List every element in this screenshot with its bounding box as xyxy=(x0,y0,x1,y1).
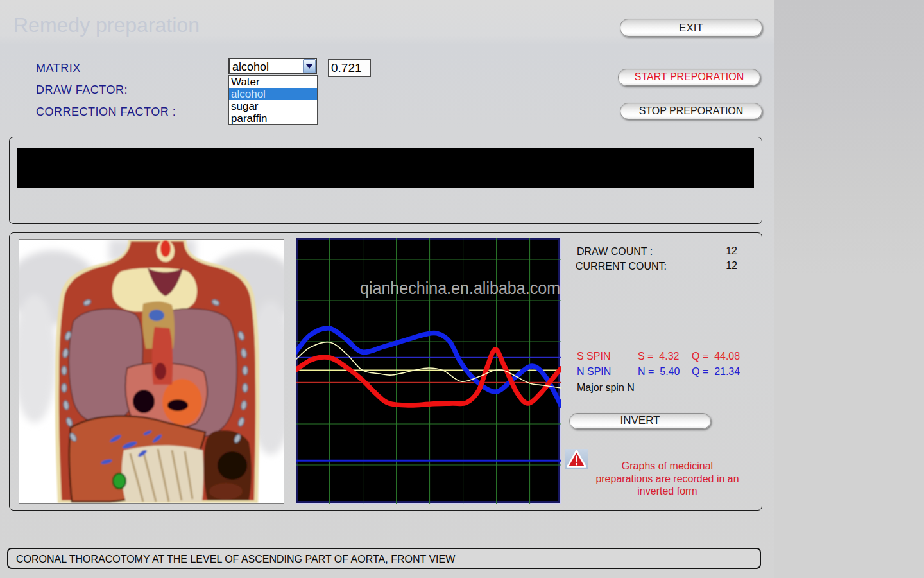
svg-text:qianhechina.en.alibaba.com: qianhechina.en.alibaba.com xyxy=(360,278,560,298)
